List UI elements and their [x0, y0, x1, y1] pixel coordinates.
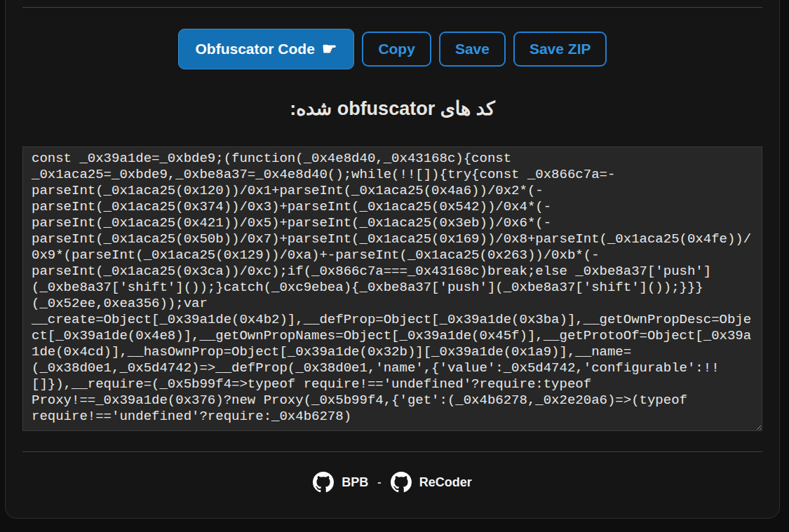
bottom-divider [22, 451, 762, 452]
save-button[interactable]: Save [439, 32, 506, 67]
obfuscate-button[interactable]: Obfuscator Code ☛ [178, 29, 355, 69]
footer: BPB - ReCoder [22, 472, 762, 493]
obfuscated-code-output[interactable]: const _0x39a1de=_0xbde9;(function(_0x4e8… [22, 146, 762, 431]
pointing-hand-icon: ☛ [322, 41, 337, 57]
footer-link-label: BPB [342, 475, 368, 490]
save-zip-button[interactable]: Save ZIP [513, 32, 607, 67]
footer-link-bpb[interactable]: BPB [313, 472, 368, 493]
copy-button[interactable]: Copy [362, 32, 431, 67]
toolbar: Obfuscator Code ☛ Copy Save Save ZIP [22, 29, 762, 69]
main-panel: Obfuscator Code ☛ Copy Save Save ZIP کد … [5, 0, 780, 519]
top-divider [22, 7, 762, 8]
footer-link-label: ReCoder [419, 475, 472, 490]
footer-separator: - [377, 476, 381, 489]
footer-link-recoder[interactable]: ReCoder [391, 472, 472, 493]
github-icon [391, 472, 412, 493]
page-title: کد های obfuscator شده: [22, 95, 762, 123]
obfuscate-button-label: Obfuscator Code [196, 41, 315, 57]
github-icon [313, 472, 334, 493]
